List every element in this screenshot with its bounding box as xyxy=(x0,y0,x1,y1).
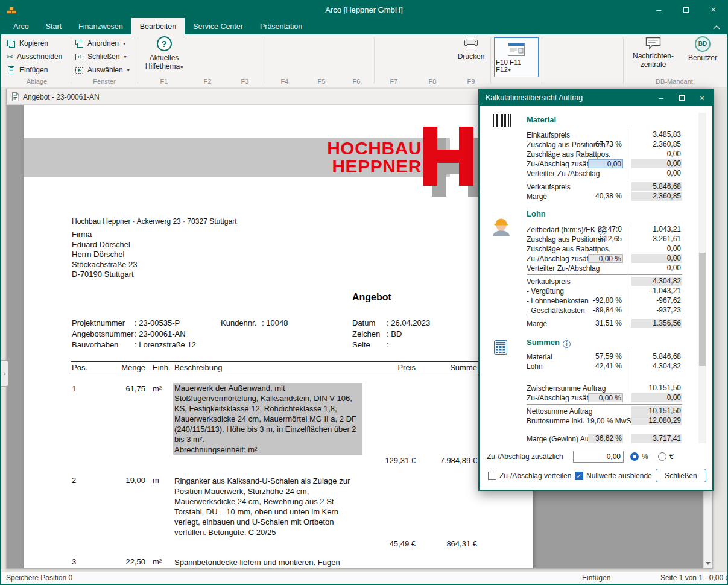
calc-row: Marge40,38 %2.360,85 xyxy=(527,192,682,201)
adjustment-percent-field[interactable]: 0,00 xyxy=(588,159,623,168)
adjustment-row: Zu-/Abschlag zusätzlich % € xyxy=(487,451,705,464)
dialog-scrollbar[interactable] xyxy=(698,113,706,443)
barcode-icon xyxy=(493,114,512,127)
percent-radio[interactable] xyxy=(630,452,639,461)
row-value: 12.080,29 xyxy=(631,416,682,425)
hilfethema-label-2: Hilfethema▾ xyxy=(145,62,183,72)
row2-description[interactable]: Ringanker aus Kalksand-U-Schalen als Zul… xyxy=(174,476,364,537)
calc-row: Zuschläge aus Rabattpos.0,00 xyxy=(527,245,682,254)
row1-summe: 7.984,89 € xyxy=(429,456,477,465)
anordnen-button[interactable]: Anordnen ▾ xyxy=(71,37,138,49)
tab-bearbeiten[interactable]: Bearbeiten xyxy=(131,18,185,34)
calc-row: - Vergütung-1.043,21 xyxy=(527,287,682,296)
auswaehlen-button[interactable]: Auswählen ▾ xyxy=(71,64,138,76)
row-percent: 82:47:0 xyxy=(588,225,623,234)
benutzer-button[interactable]: BD Benutzer xyxy=(683,34,722,69)
tab-praesentation[interactable]: Präsentation xyxy=(252,18,311,34)
row-percent: 42,41 % xyxy=(588,362,623,371)
dropdown-arrow-icon: ▾ xyxy=(124,54,126,60)
panel-chevron-icon: › xyxy=(4,370,6,377)
tab-start[interactable]: Start xyxy=(37,18,70,34)
distribute-checkbox[interactable] xyxy=(488,472,496,480)
close-button[interactable]: × xyxy=(700,1,727,18)
nachrichtenzentrale-button[interactable]: Nachrichten- zentrale xyxy=(627,34,680,69)
ribbon-group-f6: F6 xyxy=(339,34,374,87)
sender-line: Hochbau Heppner · Ackerwerg 23 · 70327 S… xyxy=(72,217,237,226)
ausschneiden-button[interactable]: ✂ Ausschneiden xyxy=(3,51,71,63)
lohn-heading: Lohn xyxy=(527,209,546,218)
sidebar-expand-handle[interactable]: › xyxy=(1,360,8,387)
adjustment-label: Zu-/Abschlag zusätzlich xyxy=(487,452,563,461)
row-label: Zwischensumme Auftrag xyxy=(527,384,606,393)
group-label-fenster: Fenster xyxy=(71,78,138,85)
fenster-schliessen-button[interactable]: Schließen ▾ xyxy=(71,51,138,63)
calc-row: Bruttosumme inkl. 19,00 % MwSt.12.080,29 xyxy=(527,417,682,426)
tab-finanzwesen[interactable]: Finanzwesen xyxy=(70,18,131,34)
document-window-title: Angebot - 23-00061-AN xyxy=(23,93,100,101)
adjustment-percent-field[interactable]: 0,00 % xyxy=(588,393,623,402)
tab-service-center[interactable]: Service Center xyxy=(185,18,252,34)
kopieren-button[interactable]: Kopieren xyxy=(3,37,71,49)
row-percent: 67,73 % xyxy=(588,140,623,149)
calc-row: Zuschlag aus Positionen312,653.261,61 xyxy=(527,235,682,244)
hilfethema-button[interactable]: ? Aktuelles Hilfethema▾ xyxy=(138,34,190,72)
company-logo-mark-icon xyxy=(423,127,483,198)
calc-row: Zu-/Abschlag zusätzlich0,00 %0,00 xyxy=(527,255,682,264)
row-value: 0,00 xyxy=(631,393,682,402)
dropdown-arrow-icon: ▾ xyxy=(123,41,125,46)
row2-preis: 45,49 € xyxy=(367,539,416,548)
einfuegen-button[interactable]: Einfügen xyxy=(3,64,71,76)
ribbon-group-ablage: Kopieren ✂ Ausschneiden Einfügen Ablage xyxy=(3,34,71,87)
section-rule xyxy=(527,404,682,405)
row1-description-selected[interactable]: Mauerwerk der Außenwand, mit Stoßfugenve… xyxy=(173,383,362,455)
row-value: 0,00 xyxy=(631,169,682,178)
calc-row: Verkaufspreis5.846,68 xyxy=(527,183,682,192)
drucken-button[interactable]: Drucken xyxy=(452,34,490,61)
row-value: 0,00 xyxy=(631,264,682,273)
col-header-preis: Preis xyxy=(367,363,416,372)
ribbon-group-f1: ? Aktuelles Hilfethema▾ F1 xyxy=(138,34,190,87)
maximize-icon xyxy=(683,7,689,13)
maximize-button[interactable] xyxy=(673,1,700,18)
fkey-label-f7: F7 xyxy=(375,78,413,85)
ribbon-spacer xyxy=(542,34,623,87)
dialog-minimize-button[interactable]: – xyxy=(651,90,671,106)
adjustment-input[interactable] xyxy=(573,451,624,463)
f10-f11-f12-button[interactable]: F10 F11 F12▾ xyxy=(494,37,539,77)
status-insert-mode: Einfügen xyxy=(582,574,610,582)
f10-label: F10 F11 F12▾ xyxy=(496,58,537,73)
auswaehlen-label: Auswählen xyxy=(87,66,123,74)
euro-radio[interactable] xyxy=(658,452,666,461)
row-label: Nettosumme Auftrag xyxy=(527,407,592,416)
row1-menge: 61,75 xyxy=(108,384,145,393)
row-percent xyxy=(588,169,623,178)
row-label: Marge xyxy=(527,320,547,328)
hide-zero-checkbox[interactable]: ✓ xyxy=(575,472,583,480)
row3-description[interactable]: Spannbetondecke liefern und montieren. F… xyxy=(174,557,364,568)
dialog-titlebar[interactable]: Kalkulationsübersicht Auftrag – × xyxy=(480,90,712,106)
col-header-menge: Menge xyxy=(108,363,145,372)
dialog-close-button[interactable]: × xyxy=(692,90,712,106)
window-title: Arco [Heppner GmbH] xyxy=(1,5,727,14)
info-icon[interactable]: i xyxy=(563,340,571,348)
hide-zero-checkbox-label: Nullwerte ausblende xyxy=(586,472,652,480)
calc-row: Verkaufspreis4.304,82 xyxy=(527,277,682,286)
arrange-windows-icon xyxy=(75,39,84,48)
dialog-maximize-button[interactable] xyxy=(671,90,692,106)
schliessen-button[interactable]: Schließen xyxy=(656,469,706,482)
ribbon-tab-row: Arco Start Finanzwesen Bearbeiten Servic… xyxy=(1,18,727,34)
zeichen-label: Zeichen xyxy=(352,329,380,338)
tab-arco[interactable]: Arco xyxy=(5,18,37,34)
chevron-up-icon xyxy=(713,25,720,30)
row-value: 0,00 xyxy=(631,150,682,159)
row1-einh: m² xyxy=(153,384,162,393)
minimize-button[interactable]: – xyxy=(645,1,673,18)
adjustment-percent-field[interactable]: 0,00 % xyxy=(588,254,623,263)
dialog-button-row: Zu-/Abschlag verteilen ✓ Nullwerte ausbl… xyxy=(487,470,705,483)
row2-summe: 864,31 € xyxy=(429,539,477,548)
dialog-scrollbar-thumb[interactable] xyxy=(699,253,706,366)
scroll-down-icon[interactable] xyxy=(706,562,711,565)
kalkulation-dialog: Kalkulationsübersicht Auftrag – × Materi… xyxy=(478,89,714,491)
titlebar[interactable]: Arco [Heppner GmbH] – × xyxy=(1,1,727,18)
collapse-ribbon-button[interactable] xyxy=(712,24,721,30)
